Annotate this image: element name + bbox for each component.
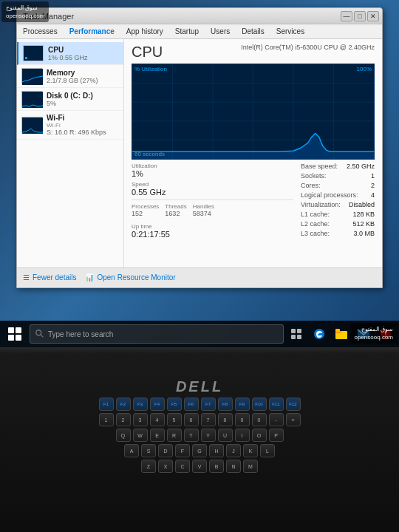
key-f4[interactable]: F4 (150, 398, 165, 411)
key-y[interactable]: Y (201, 429, 216, 442)
key-minus[interactable]: - (269, 413, 284, 426)
cpu-stats-row: Utilization 1% Speed 0.55 GHz Processes … (132, 163, 375, 239)
taskbar-search[interactable]: Type here to search (30, 324, 284, 344)
cores-stat: Cores: 2 (301, 182, 375, 189)
sidebar-item-disk[interactable]: Disk 0 (C: D:) 5% (17, 88, 123, 111)
menu-services[interactable]: Services (273, 27, 307, 36)
close-button[interactable]: ✕ (367, 11, 379, 21)
taskbar: Type here to search (0, 321, 399, 347)
key-f9[interactable]: F9 (235, 398, 250, 411)
speed-value: 0.55 GHz (132, 188, 293, 197)
minimize-button[interactable]: — (341, 11, 352, 21)
key-8[interactable]: 8 (218, 413, 233, 426)
key-f5[interactable]: F5 (167, 398, 182, 411)
cpu-mini-graph (23, 45, 44, 61)
key-b[interactable]: B (209, 460, 224, 473)
key-h[interactable]: H (209, 444, 224, 457)
key-m[interactable]: M (243, 460, 258, 473)
svg-line-14 (41, 335, 43, 337)
utilization-stat: Utilization 1% (132, 163, 293, 178)
l3-stat: L3 cache: 3.0 MB (301, 230, 375, 237)
sockets-value: 1 (371, 172, 375, 180)
key-2[interactable]: 2 (116, 413, 131, 426)
key-o[interactable]: O (252, 429, 267, 442)
cores-label: Cores: (301, 182, 321, 189)
l2-label: L2 cache: (301, 220, 330, 228)
key-f1[interactable]: F1 (99, 398, 114, 411)
search-placeholder: Type here to search (48, 330, 113, 338)
menu-apphistory[interactable]: App history (123, 27, 166, 36)
maximize-button[interactable]: □ (354, 11, 366, 21)
key-t[interactable]: T (184, 429, 199, 442)
key-x[interactable]: X (158, 460, 173, 473)
key-f[interactable]: F (175, 444, 190, 457)
key-i[interactable]: I (235, 429, 250, 442)
watermark-opensooq: opensooq.com (6, 12, 44, 20)
key-3[interactable]: 3 (133, 413, 148, 426)
key-j[interactable]: J (226, 444, 241, 457)
open-resource-monitor-button[interactable]: 📊 Open Resource Monitor (85, 273, 175, 282)
key-c[interactable]: C (175, 460, 190, 473)
key-0[interactable]: 0 (252, 413, 267, 426)
menu-processes[interactable]: Processes (20, 27, 61, 36)
key-r[interactable]: R (167, 429, 182, 442)
key-s[interactable]: S (141, 444, 156, 457)
key-l[interactable]: L (260, 444, 275, 457)
handles-value: 58374 (193, 210, 214, 217)
screen-edge (0, 347, 399, 353)
base-speed-stat: Base speed: 2.50 GHz (301, 163, 375, 170)
key-u[interactable]: U (218, 429, 233, 442)
menu-details[interactable]: Details (239, 27, 267, 36)
key-n[interactable]: N (226, 460, 241, 473)
handles-label: Handles (193, 203, 214, 210)
key-a[interactable]: A (124, 444, 139, 457)
key-d[interactable]: D (158, 444, 173, 457)
key-v[interactable]: V (192, 460, 207, 473)
key-p[interactable]: P (269, 429, 284, 442)
sidebar-item-memory[interactable]: Memory 2.1/7.8 GB (27%) (17, 65, 123, 88)
key-f8[interactable]: F8 (218, 398, 233, 411)
sidebar-item-cpu[interactable]: CPU 1% 0.55 GHz (17, 42, 123, 65)
key-f10[interactable]: F10 (252, 398, 267, 411)
key-9[interactable]: 9 (235, 413, 250, 426)
file-explorer-button[interactable] (331, 324, 352, 344)
key-w[interactable]: W (133, 429, 148, 442)
wifi-mini-graph (21, 117, 42, 133)
svg-rect-15 (291, 329, 296, 333)
key-f2[interactable]: F2 (116, 398, 131, 411)
cpu-title: CPU (132, 44, 163, 61)
key-7[interactable]: 7 (201, 413, 216, 426)
key-q[interactable]: Q (116, 429, 131, 442)
key-f11[interactable]: F11 (269, 398, 284, 411)
pth-stats: Processes 152 Threads 1632 Handles 58374 (132, 203, 293, 220)
key-6[interactable]: 6 (184, 413, 199, 426)
menu-startup[interactable]: Startup (172, 27, 202, 36)
key-5[interactable]: 5 (167, 413, 182, 426)
key-4[interactable]: 4 (150, 413, 165, 426)
wifi-subname: Wi-Fi (47, 122, 106, 129)
key-f6[interactable]: F6 (184, 398, 199, 411)
menu-performance[interactable]: Performance (66, 27, 117, 36)
key-f3[interactable]: F3 (133, 398, 148, 411)
watermark-top-left: سوق المفتوح opensooq.com (1, 1, 49, 22)
key-equals[interactable]: = (286, 413, 301, 426)
cpu-model: Intel(R) Core(TM) i5-6300U CPU @ 2.40GHz (241, 44, 375, 51)
menu-users[interactable]: Users (208, 27, 233, 36)
key-e[interactable]: E (150, 429, 165, 442)
key-f7[interactable]: F7 (201, 398, 216, 411)
edge-browser-button[interactable] (309, 324, 330, 344)
uptime-section: Up time 0:21:17:55 (132, 223, 293, 239)
watermark-br-opensooq: opensooq.com (355, 333, 393, 341)
memory-mini-graph (21, 68, 42, 84)
fewer-details-button[interactable]: ☰ Fewer details (23, 273, 76, 282)
key-k[interactable]: K (243, 444, 258, 457)
sidebar-item-wifi[interactable]: Wi-Fi Wi-Fi S: 16.0 R: 496 Kbps (17, 111, 123, 140)
laptop-body: DELL F1 F2 F3 F4 F5 F6 F7 F8 F9 F10 F11 … (0, 347, 399, 532)
key-f12[interactable]: F12 (286, 398, 301, 411)
task-view-button[interactable] (287, 324, 307, 344)
key-1[interactable]: 1 (99, 413, 114, 426)
key-z[interactable]: Z (141, 460, 156, 473)
start-button[interactable] (3, 324, 27, 344)
key-g[interactable]: G (192, 444, 207, 457)
search-icon (35, 329, 45, 339)
